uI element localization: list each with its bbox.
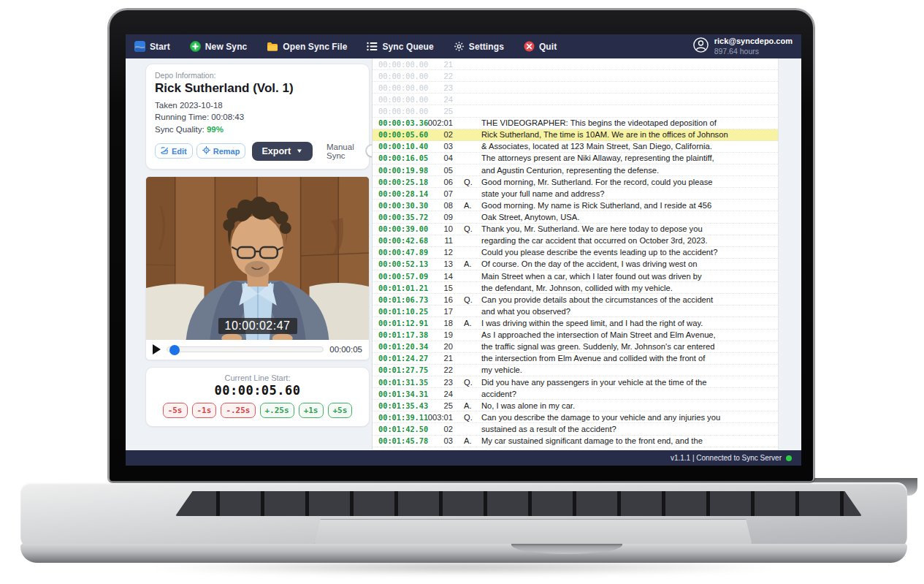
time-adjust-buttons: -5s -1s -.25s +.25s +1s +5s <box>152 403 363 418</box>
chevron-down-icon: ▼ <box>296 148 303 155</box>
row-line-number: 24 <box>424 390 453 398</box>
row-timecode: 00:01:27.75 <box>373 365 424 374</box>
row-text: Did you have any passengers in your vehi… <box>481 378 778 387</box>
plus-5s-button[interactable]: +5s <box>328 403 353 418</box>
minus-1s-button[interactable]: -1s <box>192 403 217 418</box>
transcript-row[interactable]: 00:01:12.9118A.I was driving within the … <box>373 317 778 329</box>
video-frame[interactable]: 10:00:02:47 <box>146 177 369 340</box>
edit-icon <box>161 146 169 156</box>
transcript-row[interactable]: 00:00:00.0021 <box>373 58 778 70</box>
row-line-number: 13 <box>424 259 453 268</box>
plus-quarter-s-button[interactable]: +.25s <box>260 403 294 418</box>
remap-crosshair-icon <box>202 146 210 156</box>
minus-quarter-s-button[interactable]: -.25s <box>221 403 255 418</box>
row-timecode: 00:01:17.38 <box>373 330 424 339</box>
status-text: v1.1.1 | Connected to Sync Server <box>671 454 782 462</box>
laptop-trackpad <box>314 519 752 545</box>
row-line-number: 03 <box>424 436 453 445</box>
transcript-row[interactable]: 00:01:01.2115the defendant, Mr. Johnson,… <box>373 282 778 294</box>
transcript-row[interactable]: 00:00:00.0025 <box>373 105 778 117</box>
user-account[interactable]: rick@syncdepo.com 897.64 hours <box>693 37 793 56</box>
video-player-card: 10:00:02:47 00:00:05 <box>145 176 370 360</box>
row-text: Rick Sutherland, The time is 10AM. We ar… <box>481 130 778 139</box>
row-timecode: 00:01:12.91 <box>373 319 424 327</box>
row-timecode: 00:00:16.05 <box>373 153 424 162</box>
row-line-number: 12 <box>424 248 453 257</box>
seek-bar[interactable] <box>167 346 324 352</box>
row-text: I was driving within the speed limit, an… <box>481 319 778 327</box>
transcript-row[interactable]: 00:00:16.0504The attorneys present are N… <box>373 153 778 164</box>
transcript-row[interactable]: 00:01:42.5002sustained as a result of th… <box>373 423 778 435</box>
row-line-number: 02 <box>424 425 453 433</box>
row-timecode: 00:00:35.72 <box>373 213 424 221</box>
transcript-row[interactable]: 00:00:52.1313A.Of course. On the day of … <box>373 259 778 270</box>
edit-button-label: Edit <box>172 147 187 156</box>
row-text: Main Street when a car, which I later fo… <box>481 272 778 281</box>
menu-item-open-sync-file[interactable]: Open Sync File <box>267 42 347 52</box>
edit-button[interactable]: Edit <box>155 143 193 159</box>
export-button[interactable]: Export ▼ <box>252 142 313 161</box>
transcript-row[interactable]: 00:00:00.0024 <box>373 94 778 105</box>
menu-item-start[interactable]: Start <box>134 41 170 52</box>
deponent-video-still <box>146 177 369 340</box>
transcript-row[interactable]: 00:00:35.7209Oak Street, Anytown, USA. <box>373 211 778 223</box>
transcript-row[interactable]: 00:01:24.2721the intersection from Elm A… <box>373 353 778 365</box>
transcript-row[interactable]: 00:01:10.2517and what you observed? <box>373 306 778 317</box>
menu-item-label: Start <box>150 42 170 52</box>
transcript-row[interactable]: 00:00:39.0010Q.Thank you, Mr. Sutherland… <box>373 224 778 235</box>
minus-5s-button[interactable]: -5s <box>163 403 188 418</box>
row-text: the defendant, Mr. Johnson, collided wit… <box>481 284 778 292</box>
depo-sync-quality: Sync Quality: 99% <box>155 124 360 135</box>
row-text: Good morning, Mr. Sutherland. For the re… <box>481 178 778 186</box>
transcript-row[interactable]: 00:01:17.3819As I approached the interse… <box>373 330 778 341</box>
transcript-row[interactable]: 00:00:05.6002Rick Sutherland, The time i… <box>373 129 778 141</box>
row-speaker-marker: A. <box>464 201 481 210</box>
transcript-row[interactable]: 00:01:31.3523Q.Did you have any passenge… <box>373 376 778 388</box>
row-line-number: 19 <box>424 330 453 339</box>
menu-item-sync-queue[interactable]: Sync Queue <box>367 42 433 52</box>
transcript-row[interactable]: 00:01:34.3124accident? <box>373 388 778 400</box>
menu-item-new-sync[interactable]: New Sync <box>190 41 248 52</box>
row-line-number: 23 <box>424 83 453 92</box>
transcript-row[interactable]: 00:01:27.7522my vehicle. <box>373 365 778 376</box>
row-timecode: 00:01:20.34 <box>373 342 424 351</box>
transcript-row[interactable]: 00:00:10.4003& Associates, located at 12… <box>373 141 778 153</box>
transcript-row[interactable]: 00:01:35.4325A.No, I was alone in my car… <box>373 400 778 412</box>
row-timecode: 00:01:42.50 <box>373 425 424 433</box>
plus-1s-button[interactable]: +1s <box>299 403 324 418</box>
menu-item-settings[interactable]: Settings <box>454 41 504 52</box>
seek-thumb[interactable] <box>169 345 180 355</box>
transcript-row[interactable]: 00:00:00.0022 <box>373 70 778 82</box>
current-line-card: Current Line Start: 00:00:05.60 -5s -1s … <box>145 367 370 427</box>
menu-item-label: Open Sync File <box>283 42 347 52</box>
export-button-label: Export <box>261 146 291 156</box>
menu-item-label: Quit <box>539 42 557 52</box>
app-window: Start New Sync Open Sync File <box>126 34 801 466</box>
transcript-row[interactable]: 00:00:47.8912Could you please describe t… <box>373 247 778 259</box>
row-line-number: 10 <box>424 224 453 233</box>
transcript-row[interactable]: 00:00:19.9805and Agustin Centurion, repr… <box>373 164 778 176</box>
transcript-row[interactable]: 00:01:45.7803A.My car sustained signific… <box>373 436 778 447</box>
current-line-start-value: 00:00:05.60 <box>152 383 363 398</box>
transcript-row[interactable]: 00:00:57.0914Main Street when a car, whi… <box>373 270 778 282</box>
row-speaker-marker: A. <box>464 259 481 268</box>
transcript-row[interactable]: 00:00:30.3008A.Good morning. My name is … <box>373 200 778 211</box>
row-timecode: 00:00:00.00 <box>373 72 424 80</box>
transcript-scrollbar[interactable] <box>778 58 801 450</box>
row-line-number: 21 <box>424 60 453 69</box>
transcript-row[interactable]: 00:00:42.6811regarding the car accident … <box>373 235 778 247</box>
remap-button[interactable]: Remap <box>196 143 246 159</box>
video-timecode-overlay: 10:00:02:47 <box>218 318 297 334</box>
transcript-row[interactable]: 00:00:00.0023 <box>373 82 778 94</box>
transcript-row[interactable]: 00:01:39.11003:01Q.Can you describe the … <box>373 412 778 423</box>
row-timecode: 00:00:52.13 <box>373 259 424 268</box>
transcript-row[interactable]: 00:00:28.1407state your full name and ad… <box>373 188 778 200</box>
transcript-row[interactable]: 00:00:25.1806Q.Good morning, Mr. Sutherl… <box>373 176 778 188</box>
transcript-row[interactable]: 00:01:20.3420the traffic signal was gree… <box>373 341 778 353</box>
transcript-row[interactable]: 00:01:06.7316Q.Can you provide details a… <box>373 294 778 306</box>
transcript-row[interactable]: 00:00:03.36002:01THE VIDEOGRAPHER: This … <box>373 118 778 129</box>
row-timecode: 00:00:10.40 <box>373 142 424 151</box>
menu-item-quit[interactable]: Quit <box>524 41 557 52</box>
play-button[interactable] <box>153 344 161 354</box>
row-text: and what you observed? <box>481 307 778 316</box>
